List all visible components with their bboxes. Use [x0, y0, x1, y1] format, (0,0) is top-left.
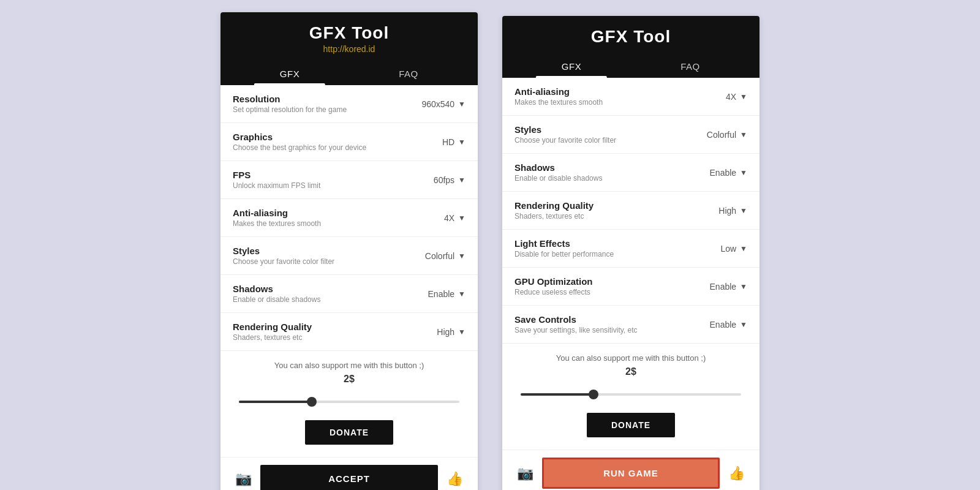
right-setting-row-styles[interactable]: Styles Choose your favorite color filter…: [502, 116, 760, 154]
right-support-text: You can also support me with this button…: [514, 353, 747, 363]
setting-label-resolution: Resolution: [233, 94, 421, 104]
right-setting-value-styles[interactable]: Colorful ▼: [707, 130, 747, 140]
right-setting-desc-gpu: Reduce useless effects: [514, 288, 710, 296]
right-setting-row-lighteffects[interactable]: Light Effects Disable for better perform…: [502, 230, 760, 268]
setting-value-styles[interactable]: Colorful ▼: [425, 251, 466, 261]
left-accept-button[interactable]: ACCEPT: [260, 465, 438, 490]
chevron-icon: ▼: [458, 100, 466, 108]
chevron-icon: ▼: [740, 244, 747, 253]
chevron-icon: ▼: [740, 282, 747, 291]
right-setting-label-rendering: Rendering Quality: [514, 200, 718, 211]
right-app-title: GFX Tool: [512, 27, 750, 47]
right-setting-value-savecontrols[interactable]: Enable ▼: [710, 320, 747, 330]
right-like-button[interactable]: 👍: [726, 463, 747, 484]
setting-row-antialiasing[interactable]: Anti-aliasing Makes the textures smooth …: [221, 199, 478, 237]
instagram-icon: 📷: [517, 466, 533, 481]
setting-value-resolution[interactable]: 960x540 ▼: [421, 99, 466, 109]
right-setting-label-styles: Styles: [514, 124, 707, 135]
setting-label-antialiasing: Anti-aliasing: [233, 208, 444, 218]
right-setting-row-antialiasing[interactable]: Anti-aliasing Makes the textures smooth …: [502, 78, 760, 116]
chevron-icon: ▼: [458, 290, 466, 298]
right-setting-value-lighteffects[interactable]: Low ▼: [720, 244, 747, 254]
left-support-text: You can also support me with this button…: [233, 361, 466, 370]
right-setting-label-antialiasing: Anti-aliasing: [514, 86, 726, 97]
right-run-game-button[interactable]: RUN GAME: [542, 458, 720, 489]
right-tab-gfx[interactable]: GFX: [512, 55, 631, 78]
left-header: GFX Tool http://kored.id GFX FAQ: [221, 12, 478, 85]
setting-row-styles[interactable]: Styles Choose your favorite color filter…: [221, 237, 478, 275]
setting-value-shadows[interactable]: Enable ▼: [428, 289, 466, 299]
right-header: GFX Tool GFX FAQ: [502, 16, 760, 78]
setting-label-rendering: Rendering Quality: [233, 322, 437, 332]
right-bottom-bar: 📷 RUN GAME 👍: [502, 450, 760, 490]
left-donate-button[interactable]: DONATE: [305, 420, 393, 445]
chevron-icon: ▼: [458, 328, 466, 336]
setting-label-graphics: Graphics: [233, 132, 442, 142]
setting-label-styles: Styles: [233, 246, 425, 256]
chevron-icon: ▼: [458, 252, 466, 260]
chevron-icon: ▼: [740, 206, 747, 215]
left-donation-amount: 2$: [233, 374, 466, 385]
setting-row-fps[interactable]: FPS Unlock maximum FPS limit 60fps ▼: [221, 161, 478, 199]
left-settings-list: Resolution Set optimal resolution for th…: [221, 85, 478, 351]
left-slider-thumb[interactable]: [307, 397, 317, 407]
setting-desc-antialiasing: Makes the textures smooth: [233, 219, 444, 228]
chevron-icon: ▼: [740, 92, 747, 101]
setting-value-antialiasing[interactable]: 4X ▼: [444, 213, 466, 223]
setting-desc-graphics: Choose the best graphics for your device: [233, 143, 442, 152]
left-slider-track[interactable]: [239, 401, 459, 403]
right-setting-row-savecontrols[interactable]: Save Controls Save your settings, like s…: [502, 306, 760, 344]
right-setting-desc-shadows: Enable or disable shadows: [514, 174, 710, 183]
left-header-url[interactable]: http://kored.id: [230, 44, 468, 54]
right-setting-value-shadows[interactable]: Enable ▼: [710, 168, 747, 178]
right-setting-label-savecontrols: Save Controls: [514, 314, 710, 325]
left-instagram-button[interactable]: 📷: [233, 469, 254, 489]
chevron-icon: ▼: [458, 214, 466, 222]
setting-row-resolution[interactable]: Resolution Set optimal resolution for th…: [221, 85, 478, 123]
right-slider-thumb[interactable]: [589, 390, 598, 399]
setting-row-graphics[interactable]: Graphics Choose the best graphics for yo…: [221, 123, 478, 161]
right-tab-faq[interactable]: FAQ: [631, 55, 750, 78]
setting-value-rendering[interactable]: High ▼: [437, 327, 466, 337]
right-setting-desc-savecontrols: Save your settings, like sensitivity, et…: [514, 326, 710, 334]
right-donate-button[interactable]: DONATE: [587, 413, 675, 437]
setting-desc-shadows: Enable or disable shadows: [233, 295, 428, 304]
right-tabs: GFX FAQ: [512, 55, 750, 78]
setting-row-shadows[interactable]: Shadows Enable or disable shadows Enable…: [221, 275, 478, 313]
right-setting-row-shadows[interactable]: Shadows Enable or disable shadows Enable…: [502, 154, 760, 192]
setting-value-graphics[interactable]: HD ▼: [442, 137, 466, 147]
left-bottom-bar: 📷 ACCEPT 👍: [221, 457, 478, 490]
setting-value-fps[interactable]: 60fps ▼: [434, 175, 466, 185]
setting-label-fps: FPS: [233, 170, 434, 180]
right-slider-filled: [521, 393, 598, 396]
left-like-button[interactable]: 👍: [444, 469, 466, 489]
right-settings-list: Anti-aliasing Makes the textures smooth …: [502, 78, 760, 344]
right-setting-value-antialiasing[interactable]: 4X ▼: [726, 92, 747, 102]
right-slider-container[interactable]: [502, 382, 760, 407]
setting-row-rendering[interactable]: Rendering Quality Shaders, textures etc …: [221, 313, 478, 351]
left-app-title: GFX Tool: [230, 23, 468, 43]
right-setting-desc-rendering: Shaders, textures etc: [514, 212, 718, 221]
chevron-icon: ▼: [740, 320, 747, 329]
right-slider-track[interactable]: [521, 393, 741, 396]
right-setting-row-rendering[interactable]: Rendering Quality Shaders, textures etc …: [502, 192, 760, 230]
right-setting-row-gpu[interactable]: GPU Optimization Reduce useless effects …: [502, 268, 760, 306]
right-instagram-button[interactable]: 📷: [514, 463, 536, 484]
left-support-section: You can also support me with this button…: [221, 351, 478, 390]
right-setting-value-rendering[interactable]: High ▼: [718, 206, 747, 216]
right-setting-label-shadows: Shadows: [514, 162, 710, 173]
chevron-icon: ▼: [458, 176, 466, 184]
right-phone-card: GFX Tool GFX FAQ Anti-aliasing Makes the…: [502, 16, 760, 490]
setting-desc-rendering: Shaders, textures etc: [233, 333, 437, 342]
setting-label-shadows: Shadows: [233, 284, 428, 294]
left-tab-gfx[interactable]: GFX: [230, 62, 349, 85]
right-setting-label-gpu: GPU Optimization: [514, 276, 710, 287]
right-setting-value-gpu[interactable]: Enable ▼: [710, 282, 747, 292]
instagram-icon: 📷: [235, 471, 252, 486]
right-setting-desc-styles: Choose your favorite color filter: [514, 136, 707, 145]
left-phone-card: GFX Tool http://kored.id GFX FAQ Resolut…: [221, 12, 478, 490]
left-slider-container[interactable]: [221, 390, 478, 414]
setting-desc-fps: Unlock maximum FPS limit: [233, 181, 434, 190]
left-tab-faq[interactable]: FAQ: [349, 62, 468, 85]
right-setting-desc-lighteffects: Disable for better performance: [514, 250, 720, 258]
